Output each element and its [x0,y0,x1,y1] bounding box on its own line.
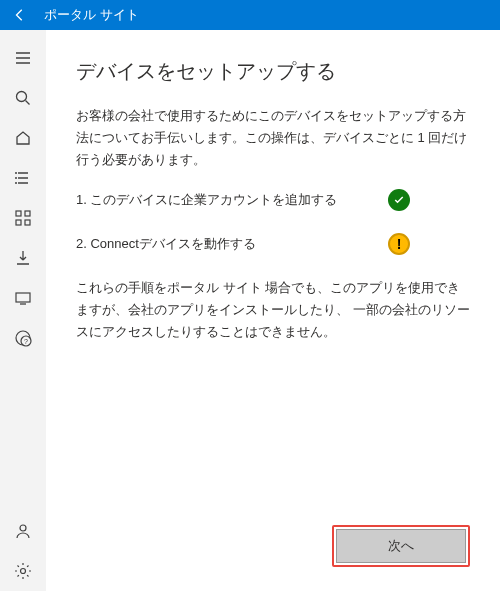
app-title: ポータル サイト [44,6,139,24]
svg-rect-8 [16,293,30,302]
device-icon[interactable] [0,278,46,318]
settings-icon[interactable] [0,551,46,591]
step-label: 1. このデバイスに企業アカウントを追加する [76,191,337,209]
apps-icon[interactable] [0,198,46,238]
svg-point-2 [15,177,17,179]
svg-rect-7 [25,220,30,225]
setup-step-2: 2. Connectデバイスを動作する ! [76,233,470,255]
search-icon[interactable] [0,78,46,118]
list-icon[interactable] [0,158,46,198]
main-content: デバイスをセットアップする お客様の会社で使用するためにこのデバイスをセットアッ… [46,30,500,591]
back-button[interactable] [8,3,32,27]
checkmark-icon [388,189,410,211]
warning-icon: ! [388,233,410,255]
step-label: 2. Connectデバイスを動作する [76,235,256,253]
svg-point-1 [15,172,17,174]
note-text: これらの手順をポータル サイト 場合でも、このアプリを使用できますが、会社のアプ… [76,277,470,343]
home-icon[interactable] [0,118,46,158]
svg-rect-5 [25,211,30,216]
svg-point-0 [17,92,27,102]
next-button[interactable]: 次へ [336,529,466,563]
svg-point-13 [21,569,26,574]
page-heading: デバイスをセットアップする [76,58,470,85]
highlight-annotation: 次へ [332,525,470,567]
svg-point-12 [20,525,26,531]
svg-rect-4 [16,211,21,216]
help-icon[interactable]: ? [0,318,46,358]
profile-icon[interactable] [0,511,46,551]
svg-point-3 [15,182,17,184]
intro-text: お客様の会社で使用するためにこのデバイスをセットアップする方法についてお手伝いし… [76,105,470,171]
footer: 次へ [76,525,470,571]
svg-rect-6 [16,220,21,225]
titlebar: ポータル サイト [0,0,500,30]
download-icon[interactable] [0,238,46,278]
svg-text:?: ? [24,338,28,345]
setup-step-1: 1. このデバイスに企業アカウントを追加する [76,189,470,211]
hamburger-icon[interactable] [0,38,46,78]
sidebar: ? [0,30,46,591]
